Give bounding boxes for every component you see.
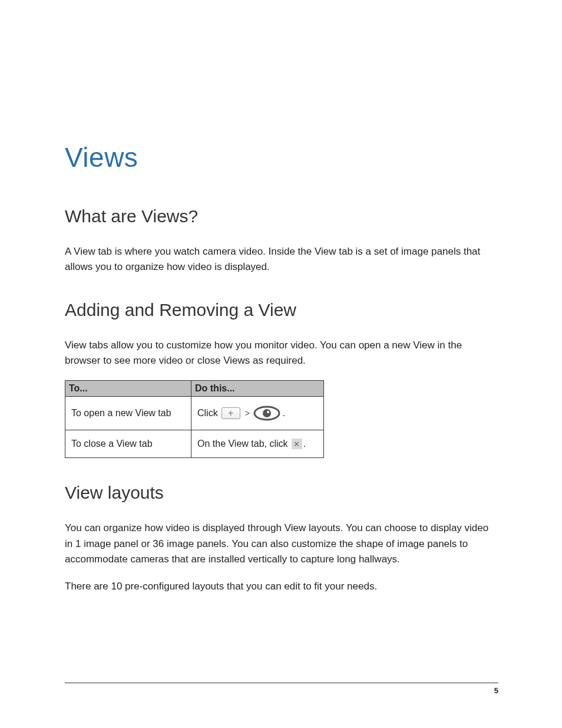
eye-icon (253, 405, 280, 421)
instruction-suffix: . (283, 408, 285, 419)
section-heading-what-are-views: What are Views? (65, 206, 498, 226)
table-header-row: To... Do this... (65, 381, 324, 397)
table-cell-do: On the View tab, click ✕ . (191, 430, 324, 458)
table-cell-to: To close a View tab (65, 430, 191, 458)
paragraph: View tabs allow you to customize how you… (65, 338, 498, 369)
plus-icon: + (222, 407, 240, 419)
paragraph: You can organize how video is displayed … (65, 521, 498, 567)
page-number: 5 (494, 686, 498, 695)
svg-point-1 (263, 409, 271, 417)
paragraph: A View tab is where you watch camera vid… (65, 244, 498, 275)
footer-divider (65, 683, 498, 683)
table-header-do: Do this... (191, 381, 324, 397)
table-row: To open a new View tab Click + > (65, 397, 324, 430)
instruction-text: Click (197, 408, 218, 419)
table-cell-do: Click + > . (191, 397, 324, 430)
close-icon: ✕ (292, 439, 302, 449)
paragraph: There are 10 pre-configured layouts that… (65, 579, 498, 594)
page-title: Views (65, 141, 498, 173)
section-heading-view-layouts: View layouts (65, 483, 498, 503)
actions-table: To... Do this... To open a new View tab … (65, 380, 324, 458)
document-page: Views What are Views? A View tab is wher… (0, 0, 562, 595)
svg-point-2 (267, 411, 269, 413)
table-cell-to: To open a new View tab (65, 397, 191, 430)
instruction-suffix: . (303, 439, 306, 449)
chevron-right-icon: > (245, 409, 250, 418)
table-row: To close a View tab On the View tab, cli… (65, 430, 324, 458)
instruction-text: On the View tab, click (197, 439, 288, 449)
table-header-to: To... (65, 381, 191, 397)
section-heading-adding-removing: Adding and Removing a View (65, 300, 498, 320)
